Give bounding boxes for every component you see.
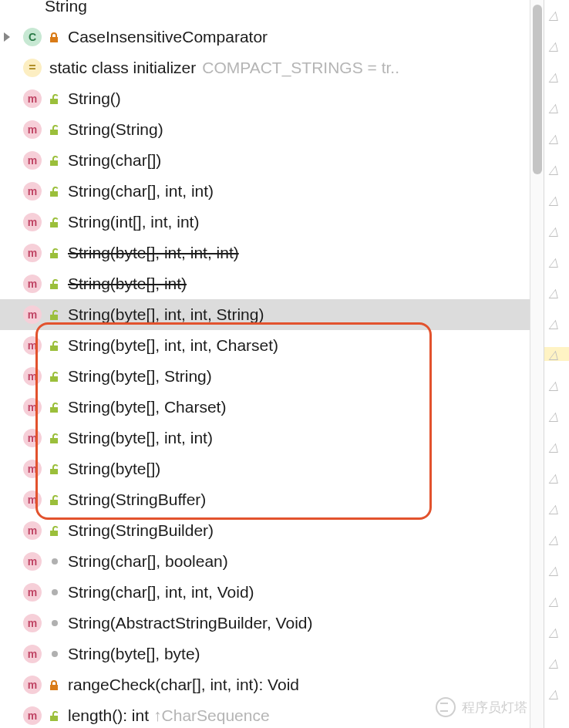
row-label: String(StringBuilder) — [68, 521, 214, 540]
package-visibility-icon — [48, 585, 62, 599]
tree-row-class[interactable]: C CaseInsensitiveComparator — [0, 22, 530, 52]
indent-spacer: m — [14, 367, 45, 386]
indent-spacer: m — [14, 151, 45, 170]
tree-row-method[interactable]: mString(char[], boolean) — [0, 546, 530, 577]
tree-row-method[interactable]: mString(byte[], int, int, int) — [0, 238, 530, 268]
unlock-icon — [48, 431, 62, 445]
method-kind-icon: m — [23, 645, 42, 663]
row-label: String(byte[]) — [68, 460, 160, 478]
tree-row-method[interactable]: mString(byte[], int, int, String) — [0, 299, 530, 330]
tree-row-method[interactable]: mString(String) — [0, 114, 530, 145]
method-kind-icon: m — [23, 182, 42, 201]
indent-spacer: m — [14, 521, 45, 540]
row-label: String(AbstractStringBuilder, Void) — [68, 614, 312, 632]
method-kind-icon: m — [23, 398, 42, 416]
method-rows-container: mString()mString(String)mString(char[])m… — [0, 83, 530, 728]
watermark-icon — [436, 697, 456, 717]
indent-spacer: m — [14, 583, 45, 602]
tree-row-method[interactable]: mString(byte[], int, int) — [0, 423, 530, 453]
row-label: String(byte[], int, int) — [68, 429, 213, 447]
tree-row-method[interactable]: mString(byte[], int) — [0, 268, 530, 299]
row-label: String(String) — [68, 120, 163, 139]
row-label: String(char[], int, int, Void) — [68, 583, 254, 602]
indent-spacer: m — [14, 336, 45, 355]
method-kind-icon: m — [23, 552, 42, 571]
initializer-kind-icon: = — [23, 59, 42, 77]
lock-icon — [48, 30, 62, 44]
method-kind-icon: m — [23, 89, 42, 108]
indent-spacer: m — [14, 490, 45, 509]
row-label: String(byte[], int) — [68, 275, 187, 293]
class-kind-icon: C — [23, 28, 42, 46]
indent-spacer: m — [14, 182, 45, 201]
row-label: String(byte[], int, int, int) — [68, 244, 239, 262]
unlock-icon — [48, 524, 62, 538]
tree-row-method[interactable]: mString(char[]) — [0, 145, 530, 176]
gutter-change-marks: △△△△△△ △△△△△△ △△△△△△ △△△△△ — [549, 0, 558, 709]
structure-tree[interactable]: String C CaseInsensitiveComparator = sta… — [0, 0, 530, 728]
row-label: String(byte[], int, int, Charset) — [68, 336, 278, 355]
unlock-icon — [48, 493, 62, 507]
unlock-icon — [48, 184, 62, 198]
structure-tree-viewport: String C CaseInsensitiveComparator = sta… — [0, 0, 569, 728]
package-visibility-icon — [48, 616, 62, 630]
indent-spacer: m — [14, 244, 45, 262]
row-label: String(char[], boolean) — [68, 552, 228, 571]
unlock-icon — [48, 369, 62, 383]
row-label: CaseInsensitiveComparator — [68, 28, 268, 46]
method-kind-icon: m — [23, 521, 42, 540]
triangle-icon — [4, 32, 10, 42]
row-label: rangeCheck(char[], int, int): Void — [68, 676, 299, 694]
tree-row-method[interactable]: mString(byte[], int, int, Charset) — [0, 330, 530, 361]
unlock-icon — [48, 246, 62, 260]
tree-row-top-partial[interactable]: String — [0, 0, 530, 22]
indent-spacer: m — [14, 552, 45, 571]
method-kind-icon: m — [23, 151, 42, 170]
method-kind-icon: m — [23, 213, 42, 231]
tree-row-method[interactable]: mString(char[], int, int) — [0, 176, 530, 207]
tree-row-method[interactable]: mString(byte[], byte) — [0, 639, 530, 669]
indent-spacer: m — [14, 706, 45, 725]
expand-toggle[interactable] — [0, 32, 14, 42]
row-label: String(char[], int, int) — [68, 182, 214, 201]
scrollbar-track[interactable] — [530, 0, 544, 728]
tree-row-method[interactable]: mrangeCheck(char[], int, int): Void — [0, 669, 530, 700]
indent-spacer: m — [14, 645, 45, 663]
lock-icon — [48, 678, 62, 692]
tree-row-method[interactable]: mString(int[], int, int) — [0, 207, 530, 238]
method-kind-icon: m — [23, 275, 42, 293]
indent-spacer: m — [14, 614, 45, 632]
tree-row-method[interactable]: mString(byte[], Charset) — [0, 392, 530, 423]
tree-row-method[interactable]: mString() — [0, 83, 530, 114]
scrollbar-thumb[interactable] — [533, 5, 542, 174]
indent-spacer: m — [14, 460, 45, 478]
tree-row-method[interactable]: mString(byte[]) — [0, 453, 530, 484]
row-label: String(byte[], int, int, String) — [68, 305, 264, 324]
tree-row-initializer[interactable]: = static class initializer COMPACT_STRIN… — [0, 52, 530, 83]
row-label: String(int[], int, int) — [68, 213, 199, 231]
unlock-icon — [48, 709, 62, 723]
row-label: String(byte[], Charset) — [68, 398, 226, 416]
tree-row-method[interactable]: mString(byte[], String) — [0, 361, 530, 392]
watermark: 程序员灯塔 — [436, 697, 527, 717]
row-label: String — [45, 0, 87, 15]
unlock-icon — [48, 308, 62, 322]
method-kind-icon: m — [23, 336, 42, 355]
package-visibility-icon — [48, 647, 62, 661]
tree-row-method[interactable]: mString(StringBuilder) — [0, 515, 530, 546]
method-kind-icon: m — [23, 244, 42, 262]
method-kind-icon: m — [23, 583, 42, 602]
unlock-icon — [48, 123, 62, 136]
method-kind-icon: m — [23, 490, 42, 509]
unlock-icon — [48, 462, 62, 476]
super-reference: ↑CharSequence — [153, 706, 270, 725]
tree-row-method[interactable]: mString(StringBuffer) — [0, 484, 530, 515]
tree-row-method[interactable]: mString(AbstractStringBuilder, Void) — [0, 608, 530, 639]
indent-spacer: m — [14, 305, 45, 324]
tree-row-method[interactable]: mString(char[], int, int, Void) — [0, 577, 530, 608]
indent-spacer: = — [14, 59, 45, 77]
indent-spacer: m — [14, 120, 45, 139]
row-label: String(byte[], byte) — [68, 645, 200, 663]
indent-spacer: m — [14, 429, 45, 447]
indent-spacer: m — [14, 89, 45, 108]
